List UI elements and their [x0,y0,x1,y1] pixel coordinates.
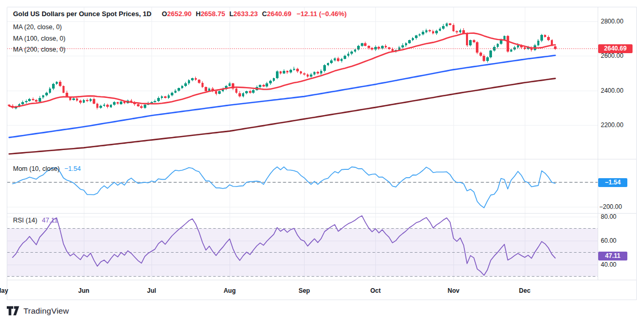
high-label: H [196,10,200,18]
close-label: C [262,10,267,18]
time-axis-label: Aug [223,287,235,295]
price-axis-label: 2400.00 [601,86,623,95]
price-pane[interactable] [8,22,556,154]
price-axis-label: 2800.00 [601,17,623,26]
rsi-legend[interactable]: RSI (14)47.11 [13,217,58,224]
time-axis-label: May [0,287,8,295]
rsi-value-badge: 47.11 [598,252,627,260]
tradingview-attribution[interactable]: TradingView [7,306,69,316]
rsi-axis-label: 60.00 [601,237,616,245]
momentum-value-badge: −1.54 [598,178,627,187]
low-value: 2633.23 [233,10,258,18]
rsi-axis-label: 40.00 [601,260,616,269]
symbol-legend-row: Gold US Dollars per Ounce Spot Prices, 1… [13,10,347,18]
time-axis-label: Jun [78,287,89,295]
ma20-legend[interactable]: MA (20, close, 0) [13,23,62,31]
rsi-legend-label: RSI (14) [13,217,37,224]
momentum-legend[interactable]: Mom (10, close)−1.54 [13,165,81,172]
price-axis-label: 2600.00 [601,52,623,60]
rsi-legend-value: 47.11 [42,217,58,224]
chart-canvas[interactable] [0,0,644,323]
symbol-title[interactable]: Gold US Dollars per Ounce Spot Prices, 1… [13,10,151,18]
rsi-axis-label: 80.00 [601,213,616,221]
ma100-legend[interactable]: MA (100, close, 0) [13,35,66,42]
change-value: −12.11 (−0.46%) [297,10,347,18]
time-axis-label: Oct [370,287,381,295]
close-value: 2640.69 [267,10,292,18]
open-value: 2652.90 [167,10,192,18]
time-axis-label: Dec [519,287,531,295]
momentum-axis-label: −200.00 [599,203,622,211]
ma200-legend[interactable]: MA (200, close, 0) [13,46,66,53]
time-axis-label: Jul [147,287,156,295]
momentum-legend-value: −1.54 [65,165,81,172]
open-label: O [162,10,167,18]
time-axis-label: Nov [448,287,460,295]
momentum-legend-label: Mom (10, close) [13,165,60,172]
time-axis-label: Sep [298,287,310,295]
price-axis-label: 2200.00 [601,121,623,129]
momentum-pane[interactable] [12,167,555,208]
tradingview-logo-icon[interactable] [7,306,19,316]
tradingview-brand-text[interactable]: TradingView [23,306,69,316]
chart-window: Gold US Dollars per Ounce Spot Prices, 1… [0,0,644,323]
high-value: 2658.75 [200,10,225,18]
